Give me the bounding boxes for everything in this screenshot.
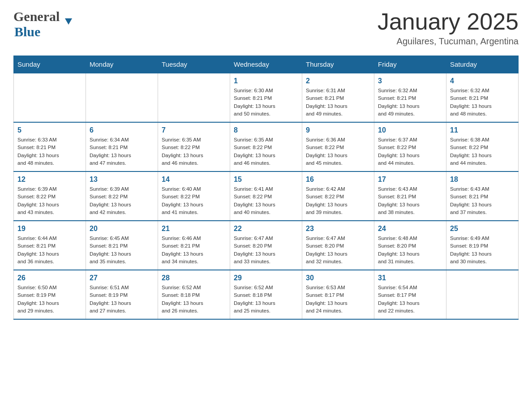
- week-row-4: 19Sunrise: 6:44 AM Sunset: 8:21 PM Dayli…: [14, 221, 519, 270]
- day-number: 19: [17, 225, 82, 233]
- day-info: Sunrise: 6:32 AM Sunset: 8:21 PM Dayligh…: [450, 87, 515, 118]
- day-number: 10: [378, 126, 442, 134]
- calendar-cell: 10Sunrise: 6:37 AM Sunset: 8:22 PM Dayli…: [374, 122, 446, 171]
- calendar-cell: [446, 270, 519, 319]
- day-info: Sunrise: 6:43 AM Sunset: 8:21 PM Dayligh…: [450, 185, 515, 216]
- day-number: 6: [90, 126, 154, 134]
- day-number: 9: [306, 126, 370, 134]
- calendar-cell: 26Sunrise: 6:50 AM Sunset: 8:19 PM Dayli…: [14, 270, 86, 319]
- calendar-cell: 20Sunrise: 6:45 AM Sunset: 8:21 PM Dayli…: [86, 221, 158, 270]
- day-number: 28: [162, 274, 226, 282]
- calendar-cell: 27Sunrise: 6:51 AM Sunset: 8:19 PM Dayli…: [86, 270, 158, 319]
- calendar-cell: 22Sunrise: 6:47 AM Sunset: 8:20 PM Dayli…: [230, 221, 302, 270]
- calendar-cell: 8Sunrise: 6:35 AM Sunset: 8:22 PM Daylig…: [230, 122, 302, 171]
- calendar-cell: 16Sunrise: 6:42 AM Sunset: 8:22 PM Dayli…: [302, 171, 374, 221]
- day-number: 27: [90, 274, 154, 282]
- header-sunday: Sunday: [14, 56, 86, 73]
- day-info: Sunrise: 6:35 AM Sunset: 8:22 PM Dayligh…: [162, 136, 226, 167]
- calendar-cell: 6Sunrise: 6:34 AM Sunset: 8:21 PM Daylig…: [86, 122, 158, 171]
- day-info: Sunrise: 6:52 AM Sunset: 8:18 PM Dayligh…: [162, 284, 226, 315]
- day-number: 25: [450, 225, 515, 233]
- day-info: Sunrise: 6:52 AM Sunset: 8:18 PM Dayligh…: [234, 284, 298, 315]
- calendar-cell: 18Sunrise: 6:43 AM Sunset: 8:21 PM Dayli…: [446, 171, 519, 221]
- calendar-cell: 12Sunrise: 6:39 AM Sunset: 8:22 PM Dayli…: [14, 171, 86, 221]
- svg-marker-0: [65, 18, 72, 25]
- calendar-cell: 30Sunrise: 6:53 AM Sunset: 8:17 PM Dayli…: [302, 270, 374, 319]
- day-info: Sunrise: 6:49 AM Sunset: 8:19 PM Dayligh…: [450, 235, 515, 265]
- calendar-cell: 11Sunrise: 6:38 AM Sunset: 8:22 PM Dayli…: [446, 122, 519, 171]
- calendar-cell: 23Sunrise: 6:47 AM Sunset: 8:20 PM Dayli…: [302, 221, 374, 270]
- calendar-cell: 13Sunrise: 6:39 AM Sunset: 8:22 PM Dayli…: [86, 171, 158, 221]
- logo: General Blue: [13, 9, 69, 39]
- calendar-cell: 31Sunrise: 6:54 AM Sunset: 8:17 PM Dayli…: [374, 270, 446, 319]
- day-number: 24: [378, 225, 442, 233]
- day-number: 12: [17, 176, 82, 184]
- day-number: 31: [378, 274, 442, 282]
- calendar-cell: 29Sunrise: 6:52 AM Sunset: 8:18 PM Dayli…: [230, 270, 302, 319]
- day-number: 21: [162, 225, 226, 233]
- calendar-cell: 15Sunrise: 6:41 AM Sunset: 8:22 PM Dayli…: [230, 171, 302, 221]
- calendar-cell: 4Sunrise: 6:32 AM Sunset: 8:21 PM Daylig…: [446, 73, 519, 122]
- day-info: Sunrise: 6:40 AM Sunset: 8:22 PM Dayligh…: [162, 185, 226, 216]
- day-number: 23: [306, 225, 370, 233]
- day-info: Sunrise: 6:31 AM Sunset: 8:21 PM Dayligh…: [306, 87, 370, 118]
- calendar-cell: 25Sunrise: 6:49 AM Sunset: 8:19 PM Dayli…: [446, 221, 519, 270]
- calendar-cell: [86, 73, 158, 122]
- day-number: 30: [306, 274, 370, 282]
- day-number: 18: [450, 176, 515, 184]
- header-tuesday: Tuesday: [158, 56, 230, 73]
- calendar-cell: [14, 73, 86, 122]
- logo-blue-text: Blue: [14, 24, 40, 39]
- calendar-header-row: SundayMondayTuesdayWednesdayThursdayFrid…: [14, 56, 519, 73]
- day-number: 4: [450, 77, 515, 85]
- calendar-cell: 21Sunrise: 6:46 AM Sunset: 8:21 PM Dayli…: [158, 221, 230, 270]
- day-number: 16: [306, 176, 370, 184]
- day-info: Sunrise: 6:45 AM Sunset: 8:21 PM Dayligh…: [90, 235, 154, 265]
- calendar-cell: 28Sunrise: 6:52 AM Sunset: 8:18 PM Dayli…: [158, 270, 230, 319]
- day-info: Sunrise: 6:32 AM Sunset: 8:21 PM Dayligh…: [378, 87, 442, 118]
- day-number: 11: [450, 126, 515, 134]
- day-info: Sunrise: 6:41 AM Sunset: 8:22 PM Dayligh…: [234, 185, 298, 216]
- day-number: 15: [234, 176, 298, 184]
- calendar-cell: 9Sunrise: 6:36 AM Sunset: 8:22 PM Daylig…: [302, 122, 374, 171]
- day-info: Sunrise: 6:34 AM Sunset: 8:21 PM Dayligh…: [90, 136, 154, 167]
- day-info: Sunrise: 6:39 AM Sunset: 8:22 PM Dayligh…: [17, 185, 82, 216]
- day-info: Sunrise: 6:30 AM Sunset: 8:21 PM Dayligh…: [234, 87, 298, 118]
- week-row-2: 5Sunrise: 6:33 AM Sunset: 8:21 PM Daylig…: [14, 122, 519, 171]
- day-info: Sunrise: 6:46 AM Sunset: 8:21 PM Dayligh…: [162, 235, 226, 265]
- calendar-cell: 24Sunrise: 6:48 AM Sunset: 8:20 PM Dayli…: [374, 221, 446, 270]
- day-info: Sunrise: 6:53 AM Sunset: 8:17 PM Dayligh…: [306, 284, 370, 315]
- day-info: Sunrise: 6:47 AM Sunset: 8:20 PM Dayligh…: [306, 235, 370, 265]
- header-wednesday: Wednesday: [230, 56, 302, 73]
- day-info: Sunrise: 6:43 AM Sunset: 8:21 PM Dayligh…: [378, 185, 442, 216]
- calendar-cell: 3Sunrise: 6:32 AM Sunset: 8:21 PM Daylig…: [374, 73, 446, 122]
- day-number: 29: [234, 274, 298, 282]
- calendar-cell: 7Sunrise: 6:35 AM Sunset: 8:22 PM Daylig…: [158, 122, 230, 171]
- day-info: Sunrise: 6:38 AM Sunset: 8:22 PM Dayligh…: [450, 136, 515, 167]
- page-header: General Blue January 2025 Aguilares, Tuc…: [13, 9, 519, 47]
- calendar-cell: 14Sunrise: 6:40 AM Sunset: 8:22 PM Dayli…: [158, 171, 230, 221]
- day-number: 26: [17, 274, 82, 282]
- day-number: 3: [378, 77, 442, 85]
- day-number: 20: [90, 225, 154, 233]
- day-info: Sunrise: 6:33 AM Sunset: 8:21 PM Dayligh…: [17, 136, 82, 167]
- day-number: 14: [162, 176, 226, 184]
- header-monday: Monday: [86, 56, 158, 73]
- calendar-cell: 19Sunrise: 6:44 AM Sunset: 8:21 PM Dayli…: [14, 221, 86, 270]
- calendar-table: SundayMondayTuesdayWednesdayThursdayFrid…: [13, 56, 519, 320]
- day-info: Sunrise: 6:42 AM Sunset: 8:22 PM Dayligh…: [306, 185, 370, 216]
- header-friday: Friday: [374, 56, 446, 73]
- day-number: 17: [378, 176, 442, 184]
- day-info: Sunrise: 6:37 AM Sunset: 8:22 PM Dayligh…: [378, 136, 442, 167]
- day-info: Sunrise: 6:35 AM Sunset: 8:22 PM Dayligh…: [234, 136, 298, 167]
- week-row-5: 26Sunrise: 6:50 AM Sunset: 8:19 PM Dayli…: [14, 270, 519, 319]
- day-number: 1: [234, 77, 298, 85]
- calendar-title: January 2025: [378, 9, 519, 34]
- logo-general-text: General: [13, 9, 60, 24]
- day-number: 13: [90, 176, 154, 184]
- calendar-cell: [158, 73, 230, 122]
- header-thursday: Thursday: [302, 56, 374, 73]
- calendar-cell: 17Sunrise: 6:43 AM Sunset: 8:21 PM Dayli…: [374, 171, 446, 221]
- day-number: 7: [162, 126, 226, 134]
- week-row-3: 12Sunrise: 6:39 AM Sunset: 8:22 PM Dayli…: [14, 171, 519, 221]
